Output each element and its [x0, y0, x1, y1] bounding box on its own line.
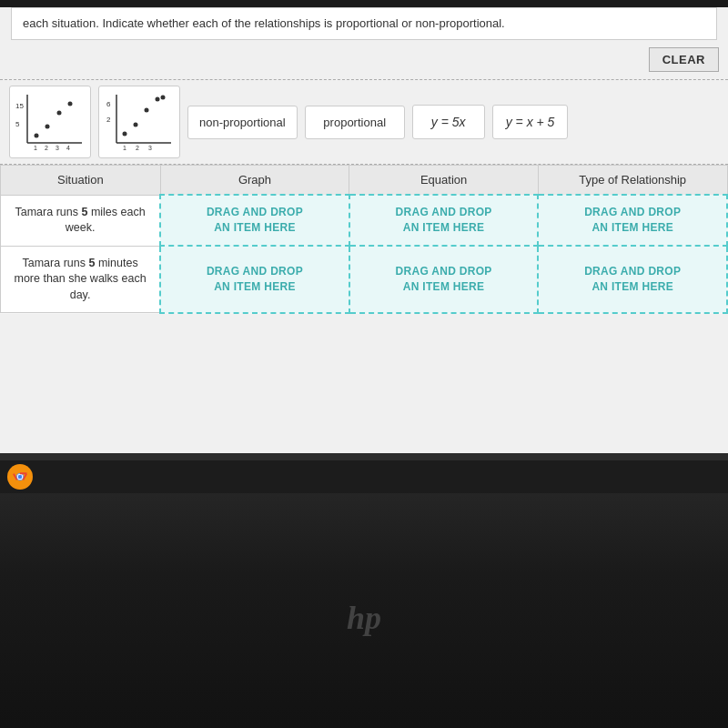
svg-point-11: [68, 102, 73, 106]
svg-point-20: [134, 123, 138, 127]
svg-text:15: 15: [15, 102, 24, 110]
col-header-type: Type of Relationship: [538, 166, 727, 196]
main-table-section: Situation Graph Equation Type of Relatio…: [0, 165, 728, 314]
svg-text:2: 2: [136, 145, 139, 151]
drag-items-row: 15 5 1 2 3 4 6 2: [0, 79, 728, 165]
svg-text:5: 5: [15, 120, 20, 128]
col-header-graph: Graph: [160, 166, 349, 196]
drag-item-eq2[interactable]: y = x + 5: [492, 105, 569, 139]
svg-point-10: [57, 111, 62, 116]
drag-item-graph1[interactable]: 15 5 1 2 3 4: [9, 86, 91, 158]
drop-cell-row1-equation[interactable]: DRAG AND DROPAN ITEM HERE: [349, 195, 539, 246]
col-header-situation: Situation: [1, 166, 161, 196]
svg-text:1: 1: [34, 145, 37, 151]
svg-point-25: [18, 475, 23, 480]
situation-cell-2: Tamara runs 5 minutes more than she walk…: [1, 246, 161, 313]
toolbar: CLEAR: [0, 40, 728, 79]
col-header-equation: Equation: [349, 166, 539, 196]
svg-text:4: 4: [66, 145, 70, 151]
svg-text:1: 1: [123, 145, 126, 151]
svg-point-21: [145, 108, 149, 113]
svg-text:2: 2: [45, 145, 48, 151]
drop-cell-row2-type[interactable]: DRAG AND DROPAN ITEM HERE: [538, 246, 727, 313]
svg-text:6: 6: [106, 100, 111, 108]
main-table: Situation Graph Equation Type of Relatio…: [0, 165, 728, 314]
laptop-body-center: hp: [347, 493, 381, 728]
table-row: Tamara runs 5 miles each week. DRAG AND …: [1, 195, 728, 246]
situation-cell-1: Tamara runs 5 miles each week.: [1, 195, 161, 246]
drop-cell-row1-type[interactable]: DRAG AND DROPAN ITEM HERE: [538, 195, 727, 246]
instructions-text: each situation. Indicate whether each of…: [11, 7, 717, 40]
drop-cell-row2-graph[interactable]: DRAG AND DROPAN ITEM HERE: [160, 246, 349, 313]
drag-item-nonproportional[interactable]: non-proportional: [187, 106, 298, 139]
drop-cell-row1-graph[interactable]: DRAG AND DROPAN ITEM HERE: [160, 195, 349, 246]
svg-point-9: [46, 125, 50, 129]
svg-text:3: 3: [56, 145, 59, 151]
laptop-body: hp: [0, 460, 728, 728]
taskbar: [0, 460, 728, 493]
hp-logo: hp: [347, 599, 381, 637]
svg-point-8: [35, 134, 39, 138]
svg-point-22: [156, 97, 160, 102]
chrome-icon[interactable]: [7, 464, 33, 490]
svg-point-23: [161, 96, 166, 100]
clear-button[interactable]: CLEAR: [649, 47, 719, 72]
drag-item-proportional[interactable]: proportional: [305, 106, 405, 139]
screen-border: [0, 453, 728, 460]
drop-cell-row2-equation[interactable]: DRAG AND DROPAN ITEM HERE: [349, 246, 539, 313]
svg-point-19: [123, 132, 127, 136]
svg-text:3: 3: [148, 145, 152, 151]
drag-item-eq1[interactable]: y = 5x: [412, 105, 485, 139]
svg-text:2: 2: [106, 116, 111, 124]
table-row: Tamara runs 5 minutes more than she walk…: [1, 246, 728, 313]
drag-item-graph2[interactable]: 6 2 1 2 3: [98, 86, 180, 158]
